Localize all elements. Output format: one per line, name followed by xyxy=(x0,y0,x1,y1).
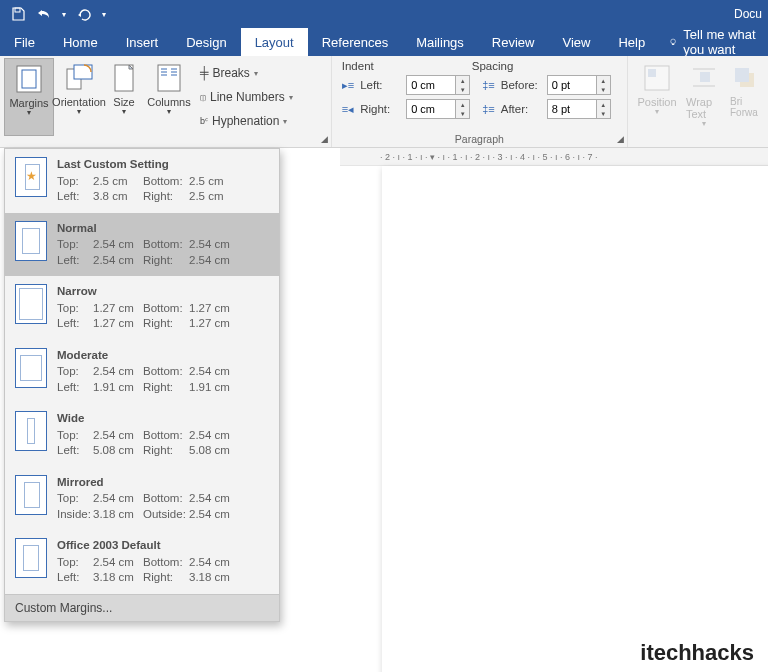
indent-left-input[interactable]: ▲▼ xyxy=(406,74,470,96)
margin-preset-icon xyxy=(15,284,47,324)
preset-name: Narrow xyxy=(57,284,239,300)
paragraph-group-label: Paragraph xyxy=(336,133,623,145)
tab-design[interactable]: Design xyxy=(172,28,240,56)
indent-right-icon: ≡◂ xyxy=(342,103,354,116)
spacing-after-input[interactable]: ▲▼ xyxy=(547,98,611,120)
spacing-before-label: Before: xyxy=(501,79,541,91)
custom-margins-button[interactable]: Custom Margins... xyxy=(5,594,279,621)
title-bar: ▾ ▾ Docu xyxy=(0,0,768,28)
preset-name: Moderate xyxy=(57,348,239,364)
preset-name: Last Custom Setting xyxy=(57,157,239,173)
wrap-text-button: Wrap Text▾ xyxy=(682,58,726,129)
group-page-setup: Margins▾ Orientation▾ Size▾ Columns▾ ╪Br… xyxy=(0,56,332,147)
svg-rect-16 xyxy=(700,72,710,82)
margin-preset-icon xyxy=(15,411,47,451)
indent-left-label: Left: xyxy=(360,79,400,91)
save-button[interactable] xyxy=(6,3,30,25)
spacing-before-icon: ‡≡ xyxy=(482,79,495,91)
preset-name: Normal xyxy=(57,221,239,237)
position-button: Position▾ xyxy=(632,58,682,129)
tab-home[interactable]: Home xyxy=(49,28,112,56)
preset-name: Wide xyxy=(57,411,239,427)
margins-button[interactable]: Margins▾ xyxy=(4,58,54,136)
tab-layout[interactable]: Layout xyxy=(241,28,308,56)
document-page[interactable] xyxy=(382,166,768,672)
svg-point-1 xyxy=(671,39,676,44)
tab-mailings[interactable]: Mailings xyxy=(402,28,478,56)
tab-review[interactable]: Review xyxy=(478,28,549,56)
columns-icon xyxy=(153,62,185,94)
tab-view[interactable]: View xyxy=(548,28,604,56)
tab-file[interactable]: File xyxy=(0,28,49,56)
margin-preset-icon xyxy=(15,221,47,261)
margins-option-mirrored[interactable]: MirroredTop:2.54 cmBottom:2.54 cmInside:… xyxy=(5,467,279,531)
svg-rect-0 xyxy=(15,8,20,12)
margin-preset-icon xyxy=(15,538,47,578)
quick-access-toolbar: ▾ ▾ xyxy=(6,3,110,25)
tab-help[interactable]: Help xyxy=(604,28,659,56)
margins-option-narrow[interactable]: NarrowTop:1.27 cmBottom:1.27 cmLeft:1.27… xyxy=(5,276,279,340)
page-setup-stack: ╪Breaks ▾ ⎅Line Numbers ▾ bᶜHyphenation … xyxy=(194,58,299,136)
line-numbers-icon: ⎅ xyxy=(200,92,206,103)
watermark: itechhacks xyxy=(640,640,754,666)
margins-icon xyxy=(13,63,45,95)
indent-right-input[interactable]: ▲▼ xyxy=(406,98,470,120)
margin-preset-icon xyxy=(15,475,47,515)
bring-forward-button: Bri Forwa xyxy=(726,58,764,129)
margins-option-office2003[interactable]: Office 2003 DefaultTop:2.54 cmBottom:2.5… xyxy=(5,530,279,594)
undo-more-button[interactable]: ▾ xyxy=(58,3,70,25)
indent-heading: Indent xyxy=(342,60,374,72)
spacing-before-input[interactable]: ▲▼ xyxy=(547,74,611,96)
breaks-icon: ╪ xyxy=(200,66,209,80)
spacing-heading: Spacing xyxy=(472,60,514,72)
margins-dropdown: ★Last Custom SettingTop:2.5 cmBottom:2.5… xyxy=(4,148,280,622)
margins-option-lastcustom[interactable]: ★Last Custom SettingTop:2.5 cmBottom:2.5… xyxy=(5,149,279,213)
spacing-after-icon: ‡≡ xyxy=(482,103,495,115)
svg-rect-20 xyxy=(735,68,749,82)
position-icon xyxy=(641,62,673,94)
indent-right-label: Right: xyxy=(360,103,400,115)
spacing-after-label: After: xyxy=(501,103,541,115)
hyphenation-icon: bᶜ xyxy=(200,116,208,126)
preset-name: Mirrored xyxy=(57,475,239,491)
svg-rect-15 xyxy=(648,69,656,77)
qat-customize-button[interactable]: ▾ xyxy=(98,3,110,25)
preset-name: Office 2003 Default xyxy=(57,538,239,554)
columns-button[interactable]: Columns▾ xyxy=(144,58,194,136)
group-arrange: Position▾ Wrap Text▾ Bri Forwa xyxy=(628,56,768,147)
size-button[interactable]: Size▾ xyxy=(104,58,144,136)
size-icon xyxy=(108,62,140,94)
margin-preset-icon xyxy=(15,348,47,388)
tab-references[interactable]: References xyxy=(308,28,402,56)
orientation-button[interactable]: Orientation▾ xyxy=(54,58,104,136)
orientation-icon xyxy=(63,62,95,94)
wrap-text-icon xyxy=(688,62,720,94)
paragraph-launcher[interactable]: ◢ xyxy=(617,134,624,144)
lightbulb-icon xyxy=(669,35,677,49)
margin-preset-icon: ★ xyxy=(15,157,47,197)
indent-left-icon: ▸≡ xyxy=(342,79,354,92)
redo-button[interactable] xyxy=(72,3,96,25)
ribbon: Margins▾ Orientation▾ Size▾ Columns▾ ╪Br… xyxy=(0,56,768,148)
document-area: · 2 · ı · 1 · ı · ▾ · ı · 1 · ı · 2 · ı … xyxy=(340,148,768,672)
tell-me-label: Tell me what you want xyxy=(683,27,758,57)
group-paragraph: Indent Spacing ▸≡ Left: ▲▼ ‡≡ Before: ▲▼… xyxy=(332,56,628,147)
ribbon-tabs: File Home Insert Design Layout Reference… xyxy=(0,28,768,56)
page-setup-launcher[interactable]: ◢ xyxy=(321,134,328,144)
hyphenation-button[interactable]: bᶜHyphenation ▾ xyxy=(200,110,293,132)
margins-option-wide[interactable]: WideTop:2.54 cmBottom:2.54 cmLeft:5.08 c… xyxy=(5,403,279,467)
margins-option-moderate[interactable]: ModerateTop:2.54 cmBottom:2.54 cmLeft:1.… xyxy=(5,340,279,404)
undo-button[interactable] xyxy=(32,3,56,25)
window-title: Docu xyxy=(734,7,762,21)
line-numbers-button[interactable]: ⎅Line Numbers ▾ xyxy=(200,86,293,108)
tell-me-search[interactable]: Tell me what you want xyxy=(659,28,768,56)
tab-insert[interactable]: Insert xyxy=(112,28,173,56)
breaks-button[interactable]: ╪Breaks ▾ xyxy=(200,62,293,84)
margins-option-normal[interactable]: NormalTop:2.54 cmBottom:2.54 cmLeft:2.54… xyxy=(5,213,279,277)
horizontal-ruler[interactable]: · 2 · ı · 1 · ı · ▾ · ı · 1 · ı · 2 · ı … xyxy=(340,148,768,166)
bring-forward-icon xyxy=(729,62,761,94)
